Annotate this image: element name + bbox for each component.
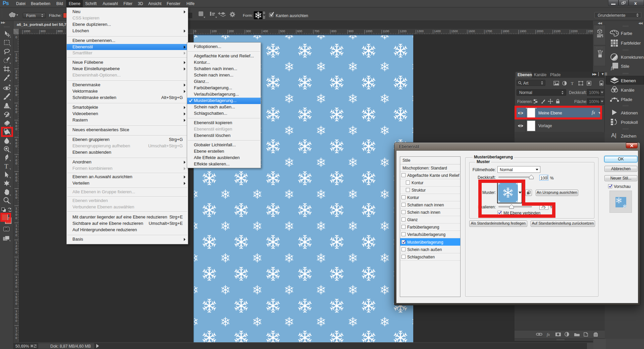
svg-text:1900: 1900 [520, 30, 526, 33]
svg-text:fx: fx [547, 332, 550, 337]
svg-text:1: 1 [15, 207, 17, 210]
svg-text:0: 0 [15, 285, 17, 288]
svg-text:0: 0 [15, 110, 17, 114]
svg-text:fx: fx [611, 66, 614, 70]
svg-text:1: 1 [15, 292, 17, 296]
svg-text:200: 200 [229, 30, 234, 33]
svg-text:0: 0 [15, 264, 17, 268]
svg-text:2300: 2300 [588, 30, 593, 33]
svg-text:0: 0 [15, 56, 17, 59]
svg-text:0: 0 [15, 107, 17, 111]
svg-text:800: 800 [58, 30, 63, 33]
svg-text:0: 0 [195, 30, 196, 33]
svg-text:0: 0 [15, 73, 17, 77]
svg-text:2200: 2200 [571, 30, 578, 33]
svg-text:0: 0 [15, 234, 17, 237]
svg-text:0: 0 [15, 302, 17, 305]
svg-text:6: 6 [15, 138, 17, 142]
svg-text:5: 5 [15, 296, 17, 299]
svg-text:7: 7 [15, 155, 17, 159]
svg-text:5: 5 [15, 121, 17, 124]
svg-text:0: 0 [15, 93, 17, 97]
svg-text:1500: 1500 [451, 30, 458, 33]
svg-text:0: 0 [15, 213, 17, 216]
svg-text:0: 0 [15, 179, 17, 182]
svg-text:0: 0 [15, 336, 17, 340]
svg-text:400: 400 [263, 30, 268, 33]
svg-text:0: 0 [15, 162, 17, 165]
svg-text:0: 0 [15, 210, 17, 213]
svg-text:1: 1 [15, 241, 17, 244]
svg-text:0: 0 [15, 159, 17, 162]
svg-text:9: 9 [15, 190, 17, 193]
svg-text:1100: 1100 [383, 30, 389, 33]
svg-text:1: 1 [15, 227, 17, 231]
svg-text:0: 0 [15, 247, 17, 251]
svg-text:0: 0 [15, 76, 17, 80]
svg-text:2000: 2000 [537, 30, 543, 33]
svg-text:0: 0 [15, 36, 17, 39]
svg-text:0: 0 [15, 142, 17, 145]
svg-text:6: 6 [15, 313, 17, 316]
svg-text:4: 4 [15, 279, 17, 282]
svg-text:0: 0 [15, 90, 17, 94]
svg-text:800: 800 [331, 30, 336, 33]
svg-text:0: 0 [15, 145, 17, 148]
svg-text:0: 0 [15, 128, 17, 131]
svg-text:0: 0 [15, 124, 17, 128]
svg-text:1800: 1800 [502, 30, 509, 33]
svg-text:0: 0 [15, 216, 17, 220]
svg-text:900: 900 [348, 30, 354, 33]
svg-text:0: 0 [15, 299, 17, 302]
svg-text:1400: 1400 [434, 30, 441, 33]
svg-text:3: 3 [15, 261, 17, 265]
svg-text:1: 1 [15, 327, 17, 330]
svg-text:1: 1 [15, 275, 17, 279]
svg-text:0: 0 [15, 282, 17, 285]
svg-text:500: 500 [280, 30, 285, 33]
svg-text:100: 100 [212, 30, 217, 33]
svg-text:0: 0 [15, 268, 17, 271]
svg-text:3: 3 [15, 87, 17, 90]
svg-text:1: 1 [15, 258, 17, 261]
svg-text:T: T [4, 163, 8, 170]
svg-text:1200: 1200 [400, 30, 407, 33]
svg-text:1600: 1600 [468, 30, 475, 33]
svg-text:8: 8 [15, 172, 17, 176]
svg-text:T: T [571, 81, 574, 86]
svg-text:600: 600 [297, 30, 302, 33]
svg-text:1: 1 [15, 224, 17, 227]
svg-text:0: 0 [15, 59, 17, 62]
svg-text:0: 0 [15, 196, 17, 199]
svg-text:2: 2 [15, 70, 17, 73]
svg-text:1700: 1700 [485, 30, 492, 33]
svg-text:300: 300 [246, 30, 251, 33]
svg-text:2100: 2100 [554, 30, 560, 33]
svg-text:0: 0 [15, 333, 17, 336]
svg-text:0: 0 [15, 193, 17, 196]
svg-text:1: 1 [15, 53, 17, 56]
svg-text:1300: 1300 [417, 30, 424, 33]
svg-text:4: 4 [15, 104, 17, 107]
svg-text:0: 0 [15, 251, 17, 254]
svg-text:700: 700 [314, 30, 319, 33]
svg-text:0: 0 [15, 176, 17, 179]
svg-text:0: 0 [15, 319, 17, 322]
svg-text:2: 2 [15, 244, 17, 248]
svg-text:1000: 1000 [366, 30, 372, 33]
svg-text:900: 900 [41, 30, 46, 33]
svg-text:0: 0 [15, 316, 17, 319]
svg-text:0: 0 [15, 230, 17, 234]
svg-text:1000: 1000 [23, 30, 30, 33]
svg-text:1: 1 [15, 309, 17, 313]
svg-text:7: 7 [15, 330, 17, 333]
